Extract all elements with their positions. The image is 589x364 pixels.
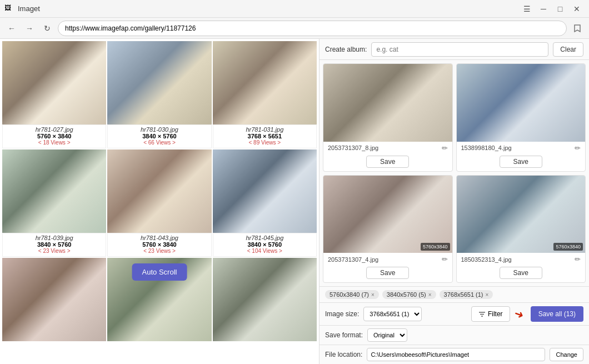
image-views[interactable]: < 89 Views > bbox=[216, 139, 314, 146]
save-format-select[interactable]: Original JPEG PNG WEBP bbox=[367, 328, 407, 342]
change-location-button[interactable]: Change bbox=[550, 348, 583, 361]
album-input[interactable] bbox=[371, 42, 548, 57]
right-panel: Create album: Clear 2053731307_8.jpg ✏ S… bbox=[320, 39, 589, 364]
file-location-label: File location: bbox=[325, 351, 362, 358]
filter-button[interactable]: Filter bbox=[471, 306, 510, 322]
bookmark-button[interactable] bbox=[570, 21, 585, 36]
image-views[interactable]: < 23 Views > bbox=[5, 248, 103, 254]
save-image-button[interactable]: Save bbox=[500, 267, 542, 279]
card-filename: 2053731307_8.jpg bbox=[328, 144, 378, 151]
back-button[interactable]: ← bbox=[4, 21, 19, 36]
filter-icon bbox=[478, 311, 486, 318]
image-filename: hr781-031.jpg bbox=[216, 126, 314, 133]
list-item[interactable] bbox=[213, 258, 317, 341]
tag-label: 3840x5760 (5) bbox=[387, 291, 426, 298]
tag-label: 5760x3840 (7) bbox=[330, 291, 369, 298]
close-button[interactable]: ✕ bbox=[569, 1, 585, 17]
dimension-badge: 5760x3840 bbox=[553, 243, 583, 251]
gallery-image[interactable] bbox=[107, 41, 211, 124]
gallery-grid: hr781-027.jpg 5760 × 3840 < 18 Views > h… bbox=[0, 39, 319, 343]
app-title: Imaget bbox=[18, 4, 519, 13]
gallery-image[interactable] bbox=[2, 258, 106, 341]
list-item[interactable]: hr781-045.jpg 3840 × 5760 < 104 Views > bbox=[213, 149, 317, 257]
main-content: hr781-027.jpg 5760 × 3840 < 18 Views > h… bbox=[0, 39, 589, 364]
maximize-button[interactable]: □ bbox=[552, 1, 568, 17]
dimension-badge: 5760x3840 bbox=[421, 243, 450, 251]
list-item[interactable] bbox=[2, 258, 106, 341]
card-image bbox=[457, 64, 586, 142]
file-location-row: File location: Change bbox=[320, 345, 589, 364]
auto-scroll-button[interactable]: Auto Scroll bbox=[132, 263, 187, 281]
gallery-image[interactable] bbox=[2, 149, 106, 233]
edit-filename-button[interactable]: ✏ bbox=[442, 255, 448, 263]
image-dimensions: 3840 × 5760 bbox=[216, 241, 314, 248]
app-icon: 🖼 bbox=[4, 4, 14, 14]
arrow-icon: ➜ bbox=[512, 306, 526, 322]
gallery-image[interactable] bbox=[107, 149, 211, 233]
save-image-button[interactable]: Save bbox=[366, 267, 409, 279]
gallery-image[interactable] bbox=[213, 149, 317, 233]
clear-button[interactable]: Clear bbox=[553, 42, 583, 57]
image-card: 5760x3840 1850352313_4.jpg ✏ Save bbox=[456, 175, 586, 283]
tag-remove-icon[interactable]: × bbox=[428, 292, 432, 298]
tag-3840x5760[interactable]: 3840x5760 (5) × bbox=[382, 290, 436, 299]
image-dimensions: 5760 × 3840 bbox=[110, 241, 208, 248]
save-image-button[interactable]: Save bbox=[500, 156, 542, 168]
image-filename: hr781-030.jpg bbox=[110, 126, 208, 133]
image-views[interactable]: < 18 Views > bbox=[5, 139, 103, 146]
image-views[interactable]: < 23 Views > bbox=[110, 248, 208, 254]
image-dimensions: 3840 × 5760 bbox=[110, 133, 208, 139]
edit-filename-button[interactable]: ✏ bbox=[575, 255, 581, 263]
card-filename: 1538998180_4.jpg bbox=[461, 144, 512, 151]
edit-filename-button[interactable]: ✏ bbox=[575, 144, 581, 152]
list-item[interactable]: hr781-030.jpg 3840 × 5760 < 66 Views > bbox=[107, 41, 211, 148]
album-bar: Create album: Clear bbox=[320, 39, 589, 60]
card-filename: 2053731307_4.jpg bbox=[328, 256, 378, 263]
image-dimensions: 5760 × 3840 bbox=[5, 133, 103, 139]
tag-3768x5651[interactable]: 3768x5651 (1) × bbox=[440, 290, 493, 299]
image-dimensions: 3840 × 5760 bbox=[5, 241, 103, 248]
list-item[interactable]: hr781-043.jpg 5760 × 3840 < 23 Views > bbox=[107, 149, 211, 257]
list-item[interactable]: hr781-031.jpg 3768 × 5651 < 89 Views > bbox=[213, 41, 317, 148]
card-filename: 1850352313_4.jpg bbox=[461, 256, 512, 263]
edit-filename-button[interactable]: ✏ bbox=[442, 144, 448, 152]
album-label: Create album: bbox=[325, 46, 367, 53]
tag-5760x3840[interactable]: 5760x3840 (7) × bbox=[325, 290, 379, 299]
minimize-button[interactable]: ─ bbox=[536, 1, 551, 17]
file-location-input[interactable] bbox=[367, 348, 545, 361]
tag-remove-icon[interactable]: × bbox=[371, 292, 375, 298]
gallery-image[interactable] bbox=[213, 41, 317, 124]
gallery-panel[interactable]: hr781-027.jpg 5760 × 3840 < 18 Views > h… bbox=[0, 39, 320, 364]
filter-label: Filter bbox=[488, 310, 503, 318]
images-area: 2053731307_8.jpg ✏ Save 1538998180_4.jpg… bbox=[320, 60, 589, 286]
window-controls: ☰ ─ □ ✕ bbox=[519, 1, 585, 17]
browser-bar: ← → ↻ bbox=[0, 18, 589, 39]
card-image: 5760x3840 bbox=[457, 176, 586, 253]
list-item[interactable]: hr781-027.jpg 5760 × 3840 < 18 Views > bbox=[2, 41, 106, 148]
save-format-row: Save format: Original JPEG PNG WEBP bbox=[320, 325, 589, 345]
arrow-annotation: ➜ bbox=[515, 307, 526, 321]
save-image-button[interactable]: Save bbox=[366, 156, 409, 168]
refresh-button[interactable]: ↻ bbox=[40, 21, 54, 36]
image-filename: hr781-039.jpg bbox=[5, 235, 103, 241]
card-image: 5760x3840 bbox=[323, 176, 452, 253]
tag-remove-icon[interactable]: × bbox=[486, 292, 489, 298]
image-card: 2053731307_8.jpg ✏ Save bbox=[323, 63, 453, 172]
url-input[interactable] bbox=[58, 21, 567, 36]
image-dimensions: 3768 × 5651 bbox=[216, 133, 314, 139]
gallery-image[interactable] bbox=[2, 41, 106, 124]
card-image bbox=[323, 64, 452, 142]
image-views[interactable]: < 104 Views > bbox=[216, 248, 314, 254]
save-all-button[interactable]: Save all (13) bbox=[531, 306, 583, 322]
image-size-select[interactable]: 3768x5651 (1) 5760x3840 (7) 3840x5760 (5… bbox=[363, 307, 422, 321]
list-item[interactable]: hr781-039.jpg 3840 × 5760 < 23 Views > bbox=[2, 149, 106, 257]
gallery-image[interactable] bbox=[213, 258, 317, 341]
tag-label: 3768x5651 (1) bbox=[444, 291, 483, 298]
tags-row: 5760x3840 (7) × 3840x5760 (5) × 3768x565… bbox=[320, 286, 589, 302]
forward-button[interactable]: → bbox=[22, 21, 37, 36]
image-views[interactable]: < 66 Views > bbox=[110, 139, 208, 146]
titlebar: 🖼 Imaget ☰ ─ □ ✕ bbox=[0, 0, 589, 18]
hamburger-menu-button[interactable]: ☰ bbox=[519, 1, 535, 17]
image-card: 1538998180_4.jpg ✏ Save bbox=[456, 63, 586, 172]
image-size-label: Image size: bbox=[325, 310, 359, 318]
